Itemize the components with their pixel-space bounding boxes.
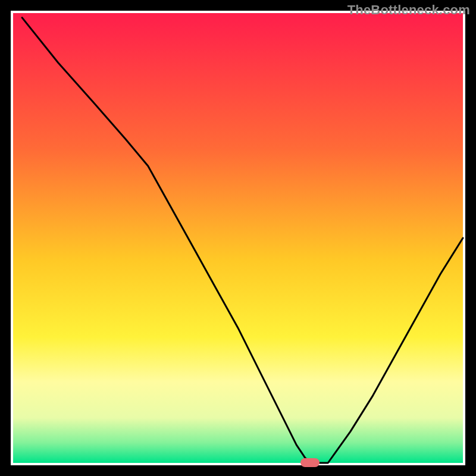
plot-background bbox=[13, 13, 463, 463]
chart-svg bbox=[0, 0, 476, 476]
bottleneck-chart: TheBottleneck.com bbox=[0, 0, 476, 476]
watermark-text: TheBottleneck.com bbox=[347, 2, 470, 18]
optimum-marker bbox=[300, 458, 320, 467]
